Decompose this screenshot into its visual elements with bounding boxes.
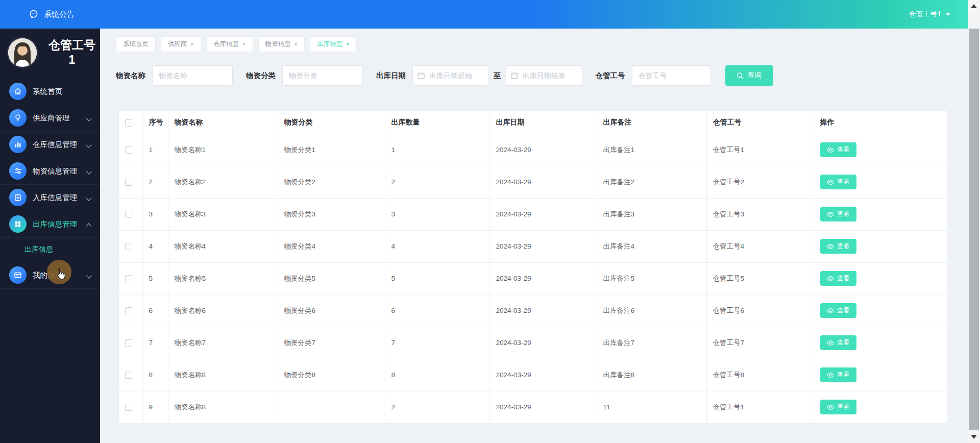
scroll-down-icon[interactable] [971,435,977,439]
announcement-entry[interactable]: 系统公告 [29,9,75,19]
view-button[interactable]: 查看 [820,367,856,382]
table-row: 3物资名称3物资分类332024-03-29出库备注3仓管工号3查看 [119,198,947,230]
sidebar-item-label: 物资信息管理 [33,166,87,176]
row-checkbox[interactable] [125,372,132,379]
row-checkbox[interactable] [125,339,132,347]
sidebar-item-0[interactable]: 系统首页 [0,79,100,105]
page-scrollbar[interactable] [968,0,980,443]
table-cell: 5 [142,262,168,294]
sidebar-item-label: 系统首页 [33,87,92,96]
view-button[interactable]: 查看 [820,271,856,286]
table-cell: 出库备注6 [597,294,706,327]
eye-icon [827,147,834,153]
eye-icon [827,372,834,378]
calendar-icon [418,72,425,79]
row-checkbox[interactable] [125,307,132,314]
table-cell: 2 [142,166,168,198]
tab-2[interactable]: 仓库信息× [206,36,253,52]
cursor-hand-icon [54,267,67,281]
row-checkbox[interactable] [125,211,132,218]
tab-bar: 系统首页供应商×仓库信息×物资信息×出库信息× [116,36,968,52]
table-cell: 1 [385,134,489,166]
table-cell: 3 [142,198,168,230]
category-input[interactable] [282,65,363,86]
scrollbar-thumb[interactable] [969,29,979,430]
select-all-checkbox[interactable] [125,119,132,127]
table-row: 7物资名称7物资分类772024-03-29出库备注7仓管工号7查看 [119,327,947,359]
eye-icon [827,211,834,217]
table-cell: 物资分类4 [278,230,385,262]
table-cell: 1 [142,134,168,166]
table-cell: 5 [385,262,489,294]
table-cell: 物资名称4 [168,230,278,262]
tab-close-icon[interactable]: × [346,41,350,47]
chevron-down-icon [87,195,92,200]
outbound-table: 序号物资名称物资分类出库数量出库日期出库备注仓管工号操作 1物资名称1物资分类1… [119,111,947,424]
view-button[interactable]: 查看 [820,175,856,189]
table-cell: 2024-03-29 [489,262,597,294]
sidebar-item-3[interactable]: 物资信息管理 [0,158,100,185]
worker-input[interactable] [632,65,711,86]
tab-close-icon[interactable]: × [242,41,246,47]
eye-icon [827,243,834,250]
sidebar-item-1[interactable]: 供应商管理 [0,105,100,132]
table-cell: 物资分类6 [278,294,385,327]
user-dropdown[interactable]: 仓管工号1 [909,10,950,19]
search-button[interactable]: 查询 [725,65,773,86]
sidebar-subitem[interactable]: 出库信息 [0,238,100,262]
sidebar-item-label: 仓库信息管理 [33,140,87,150]
view-button[interactable]: 查看 [820,239,856,254]
table-cell [278,391,385,423]
table-cell: 9 [142,391,168,423]
announcement-icon [29,9,39,19]
tab-close-icon[interactable]: × [294,41,298,47]
view-button[interactable]: 查看 [820,303,856,318]
search-icon [737,72,744,79]
table-cell: 仓管工号4 [706,230,814,262]
col-header: 序号 [142,111,168,134]
table-cell: 物资分类5 [278,262,385,294]
chevron-down-icon [87,142,92,147]
tab-label: 系统首页 [123,40,149,48]
row-checkbox[interactable] [125,146,132,154]
table-cell: 物资名称3 [168,198,278,230]
sidebar-item-2[interactable]: 仓库信息管理 [0,132,100,158]
view-button-label: 查看 [837,274,850,283]
scroll-up-icon[interactable] [971,4,977,8]
view-button[interactable]: 查看 [820,207,856,222]
tab-label: 仓库信息 [213,40,239,48]
table-cell: 仓管工号7 [706,327,814,359]
worker-label: 仓管工号 [596,71,625,81]
eye-icon [827,179,834,185]
row-checkbox[interactable] [125,243,132,250]
tab-4[interactable]: 出库信息× [310,36,357,52]
avatar[interactable] [8,38,37,67]
table-cell: 8 [142,359,168,391]
date-label: 出库日期 [376,71,406,81]
sidebar-item-5[interactable]: 出库信息管理 [0,211,100,238]
table-cell: 物资名称5 [168,262,278,294]
warehouse-icon [9,136,27,153]
sidebar: 仓管工号 1 系统首页供应商管理仓库信息管理物资信息管理入库信息管理出库信息管理… [0,29,100,443]
date-to-label: 至 [494,71,501,81]
table-cell: 物资名称2 [168,166,278,198]
table-row: 9物资名称822024-03-2911仓管工号1查看 [119,391,947,423]
tab-0[interactable]: 系统首页 [116,36,156,52]
sidebar-item-label: 供应商管理 [33,113,87,123]
tab-close-icon[interactable]: × [190,41,194,47]
view-button[interactable]: 查看 [820,335,856,350]
row-checkbox[interactable] [125,404,132,411]
table-cell: 8 [385,359,489,391]
table-header-row: 序号物资名称物资分类出库数量出库日期出库备注仓管工号操作 [119,111,947,134]
view-button[interactable]: 查看 [820,400,856,414]
row-checkbox[interactable] [125,179,132,186]
tab-1[interactable]: 供应商× [161,36,201,52]
row-checkbox[interactable] [125,275,132,282]
table-cell: 仓管工号1 [706,134,814,166]
tab-3[interactable]: 物资信息× [258,36,305,52]
material-name-input[interactable] [152,65,233,86]
view-button[interactable]: 查看 [820,142,856,157]
top-bar: 系统公告 仓管工号1 [0,0,968,29]
col-header: 出库日期 [489,111,597,134]
sidebar-item-4[interactable]: 入库信息管理 [0,185,100,211]
